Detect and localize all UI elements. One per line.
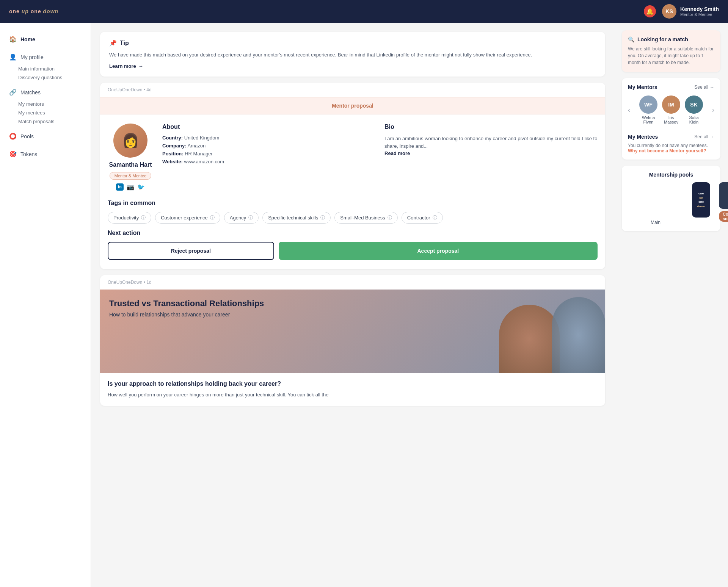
- sidebar-item-my-profile[interactable]: 👤 My profile: [0, 50, 91, 64]
- mentor-name-iris: IrisMassey: [664, 115, 678, 124]
- tip-text: We have made this match based on your de…: [109, 51, 596, 59]
- tip-card: 📌 Tip We have made this match based on y…: [100, 32, 605, 77]
- mentors-header: My Mentors See all →: [628, 84, 714, 90]
- about-country: Country: United Kingdom: [162, 135, 375, 141]
- tag-customer-experience[interactable]: Customer experience ⓘ: [155, 212, 220, 224]
- carousel-prev-button[interactable]: ‹: [628, 106, 630, 114]
- mentors-see-all[interactable]: See all →: [694, 85, 714, 90]
- arrow-icon: →: [710, 85, 714, 90]
- carousel-next-button[interactable]: ›: [712, 106, 714, 114]
- mentor-info: 👩 Samantha Hart Mentor & Mentee in 📷 🐦: [108, 124, 153, 191]
- pool-name-main: Main: [651, 220, 661, 225]
- pool-icon-main[interactable]: one up one down: [692, 182, 710, 218]
- sidebar: 🏠 Home 👤 My profile Main information Dis…: [0, 23, 91, 587]
- mentor-avatar-sofia[interactable]: SK: [685, 95, 703, 114]
- app-logo: one up one down: [9, 8, 58, 14]
- learn-more-link[interactable]: Learn more →: [109, 63, 596, 69]
- tags-title: Tags in common: [108, 200, 598, 207]
- main-layout: 🏠 Home 👤 My profile Main information Dis…: [0, 0, 728, 587]
- tag-small-med-business[interactable]: Small-Med Business ⓘ: [334, 212, 398, 224]
- tokens-icon: 🎯: [9, 150, 17, 158]
- blog-image: Trusted vs Transactional Relationships H…: [100, 290, 605, 373]
- figure-1: [499, 305, 560, 373]
- header-right: 🔔 KS Kennedy Smith Mentor & Mentee: [644, 4, 719, 19]
- mentees-empty-text: You currently do not have any mentees. W…: [628, 143, 714, 153]
- next-action-title: Next action: [108, 230, 598, 236]
- my-mentees-section: My Mentees See all → You currently do no…: [628, 134, 714, 153]
- sidebar-item-main-information[interactable]: Main information: [0, 64, 91, 73]
- sidebar-section-pools: ⭕ Pools: [0, 129, 91, 144]
- pool-icon-soon[interactable]: 🔒: [719, 182, 728, 209]
- instagram-icon[interactable]: 📷: [127, 183, 134, 191]
- blog-image-figures: [302, 290, 605, 373]
- pools-title: Mentorship pools: [628, 172, 714, 178]
- blog-post-meta: OneUpOneDown • 1d: [100, 275, 605, 290]
- info-icon: ⓘ: [388, 214, 392, 221]
- sidebar-item-matches[interactable]: 🔗 Matches: [0, 85, 91, 100]
- avatar: KS: [662, 4, 676, 19]
- app-header: one up one down 🔔 KS Kennedy Smith Mento…: [0, 0, 728, 23]
- blog-image-title: Trusted vs Transactional Relationships: [109, 299, 264, 308]
- tag-specific-technical-skills[interactable]: Specific technical skills ⓘ: [262, 212, 331, 224]
- mentor-avatar-welma[interactable]: WF: [639, 95, 657, 114]
- next-action-section: Next action Reject proposal Accept propo…: [100, 230, 605, 269]
- mentor-badge: Mentor & Mentee: [110, 172, 151, 180]
- mentor-thumb-welma: WF WelmaFlynn: [639, 95, 657, 124]
- looking-title: 🔍 Looking for a match: [628, 36, 714, 42]
- user-info: KS Kennedy Smith Mentor & Mentee: [662, 4, 719, 19]
- action-buttons: Reject proposal Accept proposal: [108, 242, 598, 260]
- reject-proposal-button[interactable]: Reject proposal: [108, 242, 274, 260]
- mentor-avatar-iris[interactable]: IM: [662, 95, 680, 114]
- proposal-banner: Mentor proposal: [100, 97, 605, 114]
- accept-proposal-button[interactable]: Accept proposal: [279, 242, 598, 260]
- info-icon: ⓘ: [433, 214, 437, 221]
- info-icon: ⓘ: [248, 214, 253, 221]
- mentor-avatar: 👩: [113, 124, 147, 158]
- tags-list: Productivity ⓘ Customer experience ⓘ Age…: [108, 212, 598, 224]
- mentor-name-welma: WelmaFlynn: [642, 115, 655, 124]
- sidebar-item-my-mentees[interactable]: My mentees: [0, 108, 91, 117]
- linkedin-icon[interactable]: in: [116, 183, 124, 191]
- looking-for-match-card: 🔍 Looking for a match We are still looki…: [622, 30, 720, 72]
- twitter-icon[interactable]: 🐦: [137, 183, 145, 191]
- become-mentor-link[interactable]: Why not become a Mentor yourself?: [628, 148, 706, 153]
- proposal-card: OneUpOneDown • 4d Mentor proposal 👩 Sama…: [100, 83, 605, 269]
- mentees-title: My Mentees: [628, 134, 658, 140]
- sidebar-item-pools[interactable]: ⭕ Pools: [0, 129, 91, 144]
- tag-agency[interactable]: Agency ⓘ: [224, 212, 259, 224]
- main-content: 📌 Tip We have made this match based on y…: [91, 23, 614, 587]
- mentor-thumb-sofia: SK SofiaKlein: [685, 95, 703, 124]
- user-name: Kennedy Smith: [680, 6, 719, 12]
- tags-section: Tags in common Productivity ⓘ Customer e…: [100, 200, 605, 230]
- coming-soon-badge: Coming soon: [719, 211, 728, 222]
- blog-post-title: Is your approach to relationships holdin…: [108, 380, 598, 387]
- mentees-header: My Mentees See all →: [628, 134, 714, 140]
- matches-icon: 🔗: [9, 89, 17, 96]
- about-company: Company: Amazon: [162, 143, 375, 149]
- mentees-see-all[interactable]: See all →: [694, 134, 714, 139]
- info-icon: ⓘ: [210, 214, 215, 221]
- sidebar-item-home[interactable]: 🏠 Home: [0, 32, 91, 47]
- tag-contractor[interactable]: Contractor ⓘ: [402, 212, 443, 224]
- sidebar-item-tokens[interactable]: 🎯 Tokens: [0, 147, 91, 161]
- sidebar-section-home: 🏠 Home: [0, 32, 91, 47]
- social-links: in 📷 🐦: [116, 183, 145, 191]
- tag-productivity[interactable]: Productivity ⓘ: [108, 212, 151, 224]
- divider: [628, 129, 714, 129]
- read-more-link[interactable]: Read more: [384, 150, 598, 156]
- notification-bell[interactable]: 🔔: [644, 5, 656, 17]
- mentors-title: My Mentors: [628, 84, 657, 90]
- profile-icon: 👤: [9, 53, 17, 61]
- looking-text: We are still looking for a suitable matc…: [628, 45, 714, 66]
- user-details: Kennedy Smith Mentor & Mentee: [680, 6, 719, 17]
- mentorship-pools-card: Mentorship pools one up one down Main: [622, 166, 720, 231]
- sidebar-item-my-mentors[interactable]: My mentors: [0, 100, 91, 108]
- blog-body: Is your approach to relationships holdin…: [100, 373, 605, 406]
- sidebar-item-match-proposals[interactable]: Match proposals: [0, 117, 91, 126]
- about-website: Website: www.amazon.com: [162, 159, 375, 164]
- sidebar-item-discovery-questions[interactable]: Discovery questions: [0, 73, 91, 82]
- arrow-icon: →: [710, 134, 714, 139]
- blog-image-subtitle: How to build relationships that advance …: [109, 312, 264, 318]
- sidebar-section-tokens: 🎯 Tokens: [0, 147, 91, 161]
- proposal-body: 👩 Samantha Hart Mentor & Mentee in 📷 🐦 A…: [100, 114, 605, 200]
